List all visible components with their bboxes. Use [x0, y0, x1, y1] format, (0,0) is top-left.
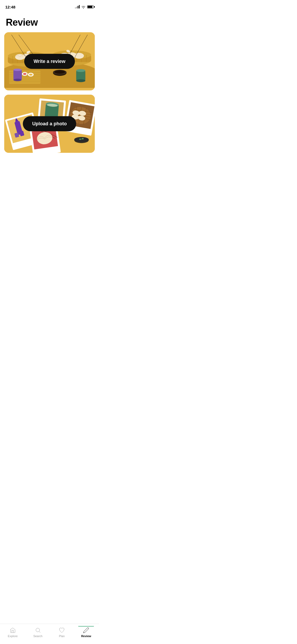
status-icons — [75, 5, 94, 8]
svg-point-43 — [13, 68, 22, 71]
svg-point-15 — [29, 74, 32, 76]
upload-photo-button[interactable]: Upload a photo — [23, 116, 76, 131]
svg-point-44 — [13, 79, 22, 81]
svg-rect-45 — [76, 71, 86, 81]
status-time: 12:48 — [5, 5, 15, 9]
svg-point-91 — [79, 139, 82, 140]
page-title: Review — [0, 12, 99, 32]
write-review-button[interactable]: Write a review — [24, 54, 75, 69]
svg-rect-42 — [13, 70, 22, 80]
status-bar: 12:48 — [0, 0, 99, 12]
write-review-card: Write a review — [4, 32, 95, 90]
svg-point-92 — [82, 138, 84, 139]
svg-point-50 — [54, 70, 65, 74]
wifi-icon — [81, 5, 86, 8]
svg-point-47 — [76, 79, 86, 82]
svg-point-13 — [23, 73, 26, 75]
main-content: Write a review — [0, 32, 99, 153]
signal-icon — [75, 5, 80, 8]
svg-point-90 — [74, 137, 89, 142]
battery-icon — [87, 5, 94, 8]
upload-photo-card: Upload a photo — [4, 95, 95, 153]
svg-point-46 — [76, 69, 86, 72]
